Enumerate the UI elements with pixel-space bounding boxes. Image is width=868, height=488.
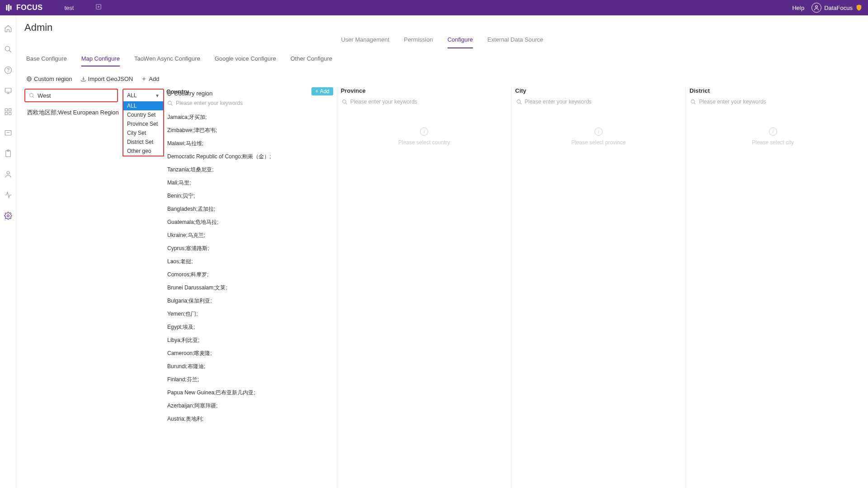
- svg-rect-17: [9, 113, 11, 115]
- help-icon[interactable]: [4, 66, 12, 74]
- dropdown-option[interactable]: Country Set: [123, 110, 163, 119]
- svg-point-7: [5, 46, 10, 51]
- country-item[interactable]: Jamaica;牙买加;: [166, 111, 333, 124]
- sub-tab[interactable]: Map Configure: [81, 55, 120, 66]
- country-item[interactable]: Burundi;布隆迪;: [166, 360, 333, 373]
- city-column: City i Please select province: [512, 87, 686, 488]
- svg-rect-1: [8, 5, 9, 11]
- svg-point-22: [7, 171, 9, 174]
- top-bar: FOCUS test Help DataFocus: [0, 0, 868, 15]
- grid-icon[interactable]: [4, 108, 12, 116]
- country-item[interactable]: Cyprus;塞浦路斯;: [166, 242, 333, 255]
- svg-rect-0: [6, 5, 8, 10]
- region-search-input[interactable]: [38, 92, 113, 99]
- svg-rect-14: [5, 109, 7, 111]
- side-nav: [0, 15, 16, 488]
- sub-tab[interactable]: Other Configure: [291, 55, 333, 66]
- country-column: Country + Add Jamaica;牙买加;Zimbabwe;津巴: [163, 87, 337, 488]
- logo: FOCUS: [5, 4, 43, 12]
- dropdown-option[interactable]: City Set: [123, 128, 163, 137]
- user-menu[interactable]: DataFocus: [811, 3, 863, 13]
- region-search-box: [24, 89, 118, 102]
- info-icon: i: [769, 128, 777, 136]
- folder-icon[interactable]: [4, 128, 12, 137]
- add-tab-button[interactable]: [95, 4, 102, 12]
- province-empty: i Please select country: [341, 109, 508, 488]
- help-link[interactable]: Help: [792, 5, 804, 11]
- country-item[interactable]: Egypt;埃及;: [166, 321, 333, 334]
- main-tabs: User ManagementPermissionConfigureExtern…: [16, 36, 868, 49]
- svg-rect-2: [10, 6, 12, 10]
- svg-point-23: [7, 215, 9, 217]
- activity-icon[interactable]: [4, 191, 12, 199]
- province-column: Province i Please select country: [337, 87, 512, 488]
- settings-icon[interactable]: [4, 212, 12, 220]
- import-geojson-button[interactable]: Import GeoJSON: [80, 76, 133, 82]
- country-item[interactable]: Democratic Republic of Congo;刚果（金）;: [166, 150, 333, 163]
- info-icon: i: [594, 128, 603, 136]
- country-item[interactable]: Mali;马里;: [166, 176, 333, 190]
- person-icon[interactable]: [4, 170, 12, 178]
- dropdown-option[interactable]: District Set: [123, 137, 163, 147]
- country-item[interactable]: Tanzania;坦桑尼亚;: [166, 163, 333, 176]
- country-item[interactable]: Zimbabwe;津巴布韦;: [166, 124, 333, 137]
- country-item[interactable]: Brunei Darussalam;文莱;: [166, 281, 333, 294]
- country-item[interactable]: Papua New Guinea;巴布亚新几内亚;: [166, 386, 333, 399]
- main-tab[interactable]: External Data Source: [487, 36, 543, 48]
- user-icon: [811, 3, 821, 13]
- logo-text: FOCUS: [16, 4, 43, 12]
- search-icon[interactable]: [4, 45, 12, 53]
- svg-line-8: [9, 50, 11, 52]
- user-name: DataFocus: [824, 5, 853, 11]
- shield-icon: [855, 4, 863, 11]
- country-item[interactable]: Libya;利比亚;: [166, 334, 333, 347]
- district-empty: i Please select city: [689, 109, 856, 488]
- dropdown-value: ALL: [127, 92, 137, 99]
- dropdown-option[interactable]: Province Set: [123, 119, 163, 128]
- page-title: Admin: [24, 22, 860, 33]
- country-item[interactable]: Guatemala;危地马拉;: [166, 216, 333, 229]
- dropdown-option[interactable]: Other geo: [123, 147, 163, 156]
- country-list: Jamaica;牙买加;Zimbabwe;津巴布韦;Malawi;马拉维;Dem…: [166, 111, 333, 488]
- country-item[interactable]: Malawi;马拉维;: [166, 137, 333, 150]
- svg-point-10: [8, 71, 8, 72]
- search-icon: [29, 93, 35, 99]
- svg-rect-16: [5, 113, 7, 115]
- svg-rect-15: [9, 109, 11, 111]
- main-tab[interactable]: User Management: [341, 36, 389, 48]
- svg-rect-11: [5, 88, 11, 92]
- country-item[interactable]: Yemen;也门;: [166, 308, 333, 321]
- svg-point-29: [30, 93, 33, 97]
- workspace-tab[interactable]: test: [65, 5, 74, 11]
- country-item[interactable]: Ukraine;乌克兰;: [166, 229, 333, 242]
- main-tab[interactable]: Permission: [404, 36, 433, 48]
- country-item[interactable]: Austria;奥地利;: [166, 412, 333, 426]
- add-region-button[interactable]: Add: [141, 76, 159, 82]
- country-item[interactable]: Comoros;科摩罗;: [166, 268, 333, 281]
- sub-tab[interactable]: TaoWen Async Configure: [134, 55, 200, 66]
- country-item[interactable]: Laos;老挝;: [166, 255, 333, 268]
- country-item[interactable]: Azerbaijan;阿塞拜疆;: [166, 399, 333, 412]
- city-empty: i Please select province: [515, 109, 682, 488]
- svg-point-6: [816, 5, 818, 8]
- country-item[interactable]: Finland;芬兰;: [166, 373, 333, 386]
- presentation-icon[interactable]: [4, 87, 12, 95]
- region-type-dropdown[interactable]: ALL ▼: [123, 89, 164, 102]
- clipboard-icon[interactable]: [4, 149, 12, 157]
- country-item[interactable]: Benin;贝宁;: [166, 190, 333, 203]
- country-region-button[interactable]: Country region: [166, 90, 212, 97]
- svg-rect-18: [5, 131, 11, 136]
- chevron-down-icon: ▼: [155, 93, 160, 98]
- svg-line-35: [171, 104, 172, 105]
- dropdown-option[interactable]: ALL: [123, 101, 163, 110]
- country-item[interactable]: Cameroon;喀麦隆;: [166, 347, 333, 360]
- main-tab[interactable]: Configure: [448, 36, 473, 48]
- left-panel: Custom region Import GeoJSON Add: [24, 73, 163, 488]
- country-item[interactable]: Bangladesh;孟加拉;: [166, 203, 333, 216]
- custom-region-button[interactable]: Custom region: [26, 76, 72, 82]
- home-icon[interactable]: [4, 24, 12, 33]
- sub-tabs: Base ConfigureMap ConfigureTaoWen Async …: [16, 49, 868, 66]
- sub-tab[interactable]: Base Configure: [26, 55, 67, 66]
- country-item[interactable]: Bulgaria;保加利亚;: [166, 294, 333, 308]
- sub-tab[interactable]: Google voice Configure: [215, 55, 276, 66]
